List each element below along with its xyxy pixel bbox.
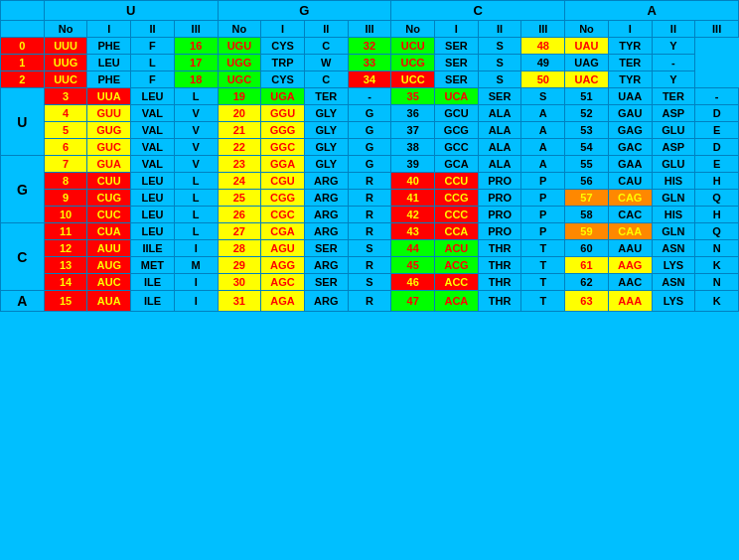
c-amino-4: ALA xyxy=(478,105,521,122)
table-row: C 11 CUA LEU L 27 CGA ARG R 43 CCA PRO P… xyxy=(1,223,739,240)
c-no-3: 35 xyxy=(391,88,435,105)
c-no-6: 38 xyxy=(391,139,435,156)
c-codon-9: CCG xyxy=(435,190,479,207)
u-no-4: 4 xyxy=(44,105,87,122)
g-amino-4: GLY xyxy=(304,105,348,122)
g-codon-14: AGC xyxy=(261,274,305,291)
c-no-2: 34 xyxy=(348,71,391,88)
a-codon-8: CAU xyxy=(608,173,652,190)
a-amino-15: LYS xyxy=(652,291,695,312)
a-iii-6: D xyxy=(695,139,739,156)
c-codon-0: UCU xyxy=(391,38,435,55)
g-no-12: 28 xyxy=(218,240,261,257)
u-amino-7: VAL xyxy=(131,156,175,173)
g-no-3: 19 xyxy=(218,88,261,105)
sh-c-i: I xyxy=(435,21,479,38)
g-iii-13: R xyxy=(348,257,391,274)
g-codon-11: CGA xyxy=(261,223,305,240)
a-no-0: 48 xyxy=(521,38,565,55)
g-codon-9: CGG xyxy=(261,190,305,207)
a-codon-12: AAU xyxy=(608,240,652,257)
a-amino-7: GLU xyxy=(652,156,695,173)
a-no-15: 63 xyxy=(565,291,609,312)
g-iii-15: R xyxy=(348,291,391,312)
a-codon-0: UAU xyxy=(565,38,609,55)
u-no-13: 13 xyxy=(44,257,87,274)
u-iii-11: L xyxy=(174,223,218,240)
c-iii-12: T xyxy=(521,240,565,257)
table-row: G 7 GUA VAL V 23 GGA GLY G 39 GCA ALA A … xyxy=(1,156,739,173)
u-amino-11: LEU xyxy=(131,223,175,240)
u-codon-5: GUG xyxy=(87,122,131,139)
g-iii-4: G xyxy=(348,105,391,122)
c-codon-14: ACC xyxy=(435,274,479,291)
group-u-header: U xyxy=(44,1,218,21)
g-no-5: 21 xyxy=(218,122,261,139)
g-amino-1: TRP xyxy=(261,55,305,71)
c-iii-7: A xyxy=(521,156,565,173)
u-no-9: 9 xyxy=(44,190,87,207)
a-iii-7: E xyxy=(695,156,739,173)
c-codon-1: UCG xyxy=(391,55,435,71)
c-amino-14: THR xyxy=(478,274,521,291)
a-amino-5: GLU xyxy=(652,122,695,139)
g-amino-5: GLY xyxy=(304,122,348,139)
g-amino-7: GLY xyxy=(304,156,348,173)
u-amino-12: IILE xyxy=(131,240,175,257)
a-codon-7: GAA xyxy=(608,156,652,173)
codon-table: U G C A No I II III No I II III No I II … xyxy=(0,0,739,312)
u-iii-10: L xyxy=(174,207,218,223)
a-iii-5: E xyxy=(695,122,739,139)
a-amino-4: ASP xyxy=(652,105,695,122)
u-no-12: 12 xyxy=(44,240,87,257)
c-iii-10: P xyxy=(521,207,565,223)
g-no-0: 16 xyxy=(174,38,218,55)
c-codon-8: CCU xyxy=(435,173,479,190)
sh-u-ii: II xyxy=(131,21,175,38)
c-iii-3: S xyxy=(521,88,565,105)
a-amino-1: TER xyxy=(608,55,652,71)
group-g-header: G xyxy=(218,1,391,21)
a-iii-14: N xyxy=(695,274,739,291)
g-no-13: 29 xyxy=(218,257,261,274)
u-codon-9: CUG xyxy=(87,190,131,207)
u-iii-3: L xyxy=(174,88,218,105)
group-c-header: C xyxy=(391,1,565,21)
g-iii-11: R xyxy=(348,223,391,240)
u-iii-7: V xyxy=(174,156,218,173)
g-amino-10: ARG xyxy=(304,207,348,223)
table-row: 14 AUC ILE I 30 AGC SER S 46 ACC THR T 6… xyxy=(1,274,739,291)
g-amino-2: CYS xyxy=(261,71,305,88)
u-codon-1: UUG xyxy=(44,55,87,71)
c-amino-15: THR xyxy=(478,291,521,312)
u-iii-14: I xyxy=(174,274,218,291)
a-iii-8: H xyxy=(695,173,739,190)
a-no-11: 59 xyxy=(565,223,609,240)
g-amino-3: TER xyxy=(304,88,348,105)
g-codon-15: AGA xyxy=(261,291,305,312)
c-no-0: 32 xyxy=(348,38,391,55)
u-no-7: 7 xyxy=(44,156,87,173)
u-amino-9: LEU xyxy=(131,190,175,207)
c-no-15: 47 xyxy=(391,291,435,312)
u-iii-12: I xyxy=(174,240,218,257)
g-no-8: 24 xyxy=(218,173,261,190)
g-amino-14: SER xyxy=(304,274,348,291)
table-row: 9 CUG LEU L 25 CGG ARG R 41 CCG PRO P 57… xyxy=(1,190,739,207)
u-no-10: 10 xyxy=(44,207,87,223)
u-codon-12: AUU xyxy=(87,240,131,257)
u-codon-3: UUA xyxy=(87,88,131,105)
a-iii-3: - xyxy=(695,88,739,105)
g-no-10: 26 xyxy=(218,207,261,223)
c-iii-8: P xyxy=(521,173,565,190)
c-codon-2: UCC xyxy=(391,71,435,88)
c-amino-7: ALA xyxy=(478,156,521,173)
u-iii-13: M xyxy=(174,257,218,274)
a-amino-3: TER xyxy=(652,88,695,105)
a-amino-9: GLN xyxy=(652,190,695,207)
table-row: 1 UUG LEU L 17 UGG TRP W 33 UCG SER S 49… xyxy=(1,55,739,71)
c-codon-7: GCA xyxy=(435,156,479,173)
g-no-9: 25 xyxy=(218,190,261,207)
u-codon-10: CUC xyxy=(87,207,131,223)
sh-c-no: No xyxy=(391,21,435,38)
